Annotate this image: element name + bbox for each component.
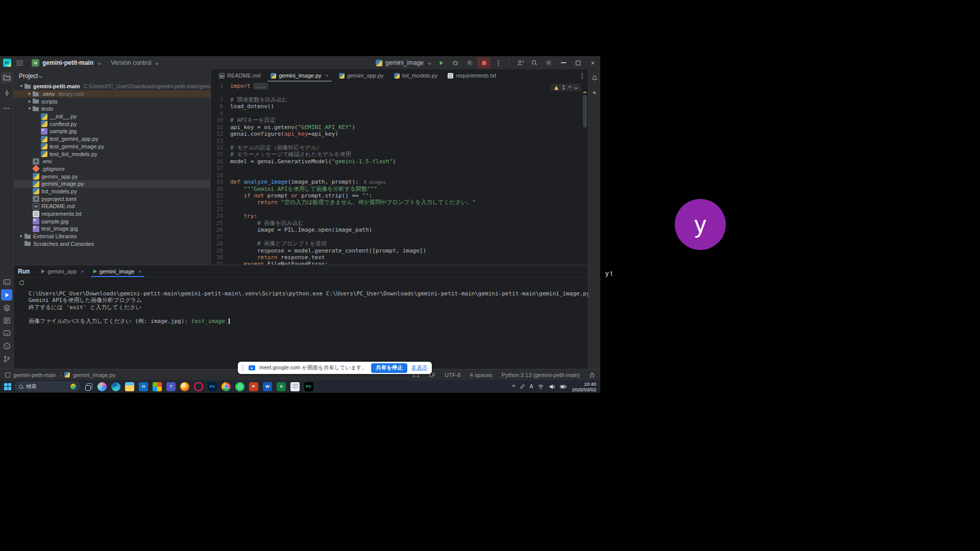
settings-gear-icon[interactable] — [542, 57, 555, 68]
main-menu-icon[interactable] — [16, 61, 23, 65]
code-line[interactable]: 1import ... — [211, 83, 588, 89]
code-line[interactable]: 25 # 画像を読み込む — [211, 220, 588, 227]
line-number[interactable]: 13 — [211, 138, 230, 144]
tab-gemini-image-py[interactable]: gemini_image.py× — [265, 69, 334, 82]
code-line[interactable]: 29 response = model.generate_content([pr… — [211, 247, 588, 254]
tree-expand-icon[interactable] — [18, 83, 24, 90]
line-number[interactable]: 20 — [211, 186, 230, 192]
taskbar-outlook-icon[interactable]: O — [139, 382, 148, 391]
version-control-widget[interactable]: Version control — [107, 58, 162, 67]
taskbar-copilot-icon[interactable] — [97, 382, 107, 391]
hide-banner-link[interactable]: 非表示 — [411, 364, 428, 371]
lock-icon[interactable] — [589, 372, 595, 378]
taskbar-powerpoint-icon[interactable]: P — [249, 382, 258, 391]
taskbar-whatsapp-icon[interactable] — [235, 382, 244, 391]
taskbar-word-icon[interactable]: W — [263, 382, 272, 391]
inspection-widget[interactable]: 1 — [551, 84, 581, 91]
taskbar-excel-icon[interactable]: X — [277, 382, 286, 391]
tree-item-test-gemini-app-py[interactable]: test_gemini_app.py — [14, 135, 210, 143]
line-number[interactable]: 1 — [211, 83, 230, 89]
line-number[interactable]: 10 — [211, 117, 230, 123]
line-number[interactable]: 27 — [211, 234, 230, 240]
code-line[interactable]: 8load_dotenv() — [211, 103, 588, 110]
volume-icon[interactable] — [549, 384, 555, 390]
tab-options-icon[interactable] — [576, 69, 588, 82]
code-line[interactable]: 18 — [211, 172, 588, 179]
line-number[interactable]: 7 — [211, 96, 230, 103]
taskbar-teams-icon[interactable]: T — [166, 382, 176, 391]
close-tab-icon[interactable]: × — [138, 268, 141, 274]
code-line[interactable]: 13 — [211, 138, 588, 144]
code-line[interactable]: 11api_key = os.getenv("GEMINI_API_KEY") — [211, 124, 588, 131]
previous-problem-icon[interactable] — [568, 86, 572, 89]
project-widget[interactable]: G gemini-petit-main — [28, 58, 104, 68]
code-line[interactable]: 16model = genai.GenerativeModel("gemini-… — [211, 158, 588, 165]
banner-drag-handle[interactable] — [241, 365, 244, 371]
line-number[interactable]: 30 — [211, 254, 230, 261]
project-tool-icon[interactable] — [1, 72, 12, 83]
code-line[interactable]: 24 try: — [211, 213, 588, 219]
run-button[interactable] — [434, 57, 448, 68]
line-number[interactable]: 24 — [211, 213, 230, 219]
tree-item-tests[interactable]: tests — [14, 105, 210, 113]
close-tab-icon[interactable]: × — [81, 268, 84, 274]
taskbar-notepad-icon[interactable] — [290, 382, 300, 391]
line-number[interactable]: 11 — [211, 124, 230, 131]
tab-readme-md[interactable]: README.md — [214, 69, 265, 82]
more-tool-windows-icon[interactable] — [1, 103, 12, 114]
code-line[interactable]: 22 return "空の入力は処理できません。何か質問やプロンプトを入力してく… — [211, 199, 588, 206]
stop-button[interactable] — [477, 57, 491, 68]
tree-item-test-gemini-image-py[interactable]: test_gemini_image.py — [14, 143, 210, 151]
commit-tool-icon[interactable] — [1, 87, 12, 98]
version-control-tool-icon[interactable] — [1, 353, 12, 364]
editor-body[interactable]: 1import ...7# 環境変数を読み込む8load_dotenv()910… — [211, 82, 588, 265]
tree-item-venv[interactable]: .venvlibrary root — [14, 90, 210, 98]
code-line[interactable]: 28 # 画像とプロンプトを送信 — [211, 240, 588, 247]
taskbar-explorer-icon[interactable] — [125, 382, 134, 391]
taskbar-task-view-icon[interactable] — [84, 382, 93, 391]
rerun-icon[interactable] — [18, 280, 25, 286]
tree-expand-icon[interactable] — [18, 233, 24, 240]
line-number[interactable]: 15 — [211, 151, 230, 158]
line-number[interactable]: 8 — [211, 103, 230, 110]
line-number[interactable]: 21 — [211, 192, 230, 199]
tree-item-test-image-jpg[interactable]: test_image.jpg — [14, 225, 210, 233]
search-everywhere-button[interactable] — [528, 57, 541, 68]
run-tab-gemini-image[interactable]: gemini_image× — [89, 265, 146, 277]
taskbar-pycharm-icon[interactable]: PC — [304, 382, 313, 391]
close-button[interactable]: × — [585, 56, 600, 69]
taskbar-chrome-icon[interactable] — [222, 382, 231, 391]
code-line[interactable]: 14# モデルの設定（画像対応モデル） — [211, 144, 588, 151]
project-panel-header[interactable]: Project — [14, 69, 210, 83]
line-number[interactable]: 26 — [211, 227, 230, 233]
tree-expand-icon[interactable] — [26, 98, 33, 105]
tree-item-scratches-and-consoles[interactable]: Scratches and Consoles — [14, 240, 210, 247]
line-number[interactable]: 9 — [211, 110, 230, 117]
tab-gemini-app-py[interactable]: gemini_app.py — [334, 69, 389, 82]
code-line[interactable]: 30 return response.text — [211, 254, 588, 261]
line-number[interactable]: 17 — [211, 165, 230, 171]
code-line[interactable] — [211, 89, 588, 96]
stop-sharing-button[interactable]: 共有を停止 — [371, 363, 407, 373]
tree-item-external-libraries[interactable]: External Libraries — [14, 233, 210, 240]
notifications-bell-icon[interactable] — [589, 72, 600, 83]
tree-item-sample-jpg[interactable]: sample.jpg — [14, 217, 210, 225]
tree-item-requirements-txt[interactable]: requirements.txt — [14, 210, 210, 218]
tree-item-gemini-image-py[interactable]: gemini_image.py — [14, 180, 210, 188]
line-number[interactable]: 12 — [211, 131, 230, 137]
tree-item-sample-jpg[interactable]: sample.jpg — [14, 128, 210, 135]
python-interpreter[interactable]: Python 3.13 (gemini-petit-main) — [502, 372, 580, 378]
tree-item-pyproject-toml[interactable]: pyproject.toml — [14, 195, 210, 203]
minimize-button[interactable] — [556, 56, 571, 69]
tree-item-gemini-app-py[interactable]: gemini_app.py — [14, 172, 210, 180]
code-with-me-button[interactable] — [513, 57, 527, 68]
line-number[interactable]: 19 — [211, 179, 230, 185]
todo-tool-icon[interactable] — [1, 315, 12, 326]
ime-indicator[interactable]: A — [530, 384, 533, 389]
wifi-icon[interactable] — [537, 384, 544, 390]
close-tab-icon[interactable]: × — [326, 72, 329, 79]
code-line[interactable]: 17 — [211, 165, 588, 171]
line-number[interactable]: 14 — [211, 144, 230, 151]
file-encoding[interactable]: UTF-8 — [445, 372, 460, 378]
code-line[interactable]: 9 — [211, 110, 588, 117]
